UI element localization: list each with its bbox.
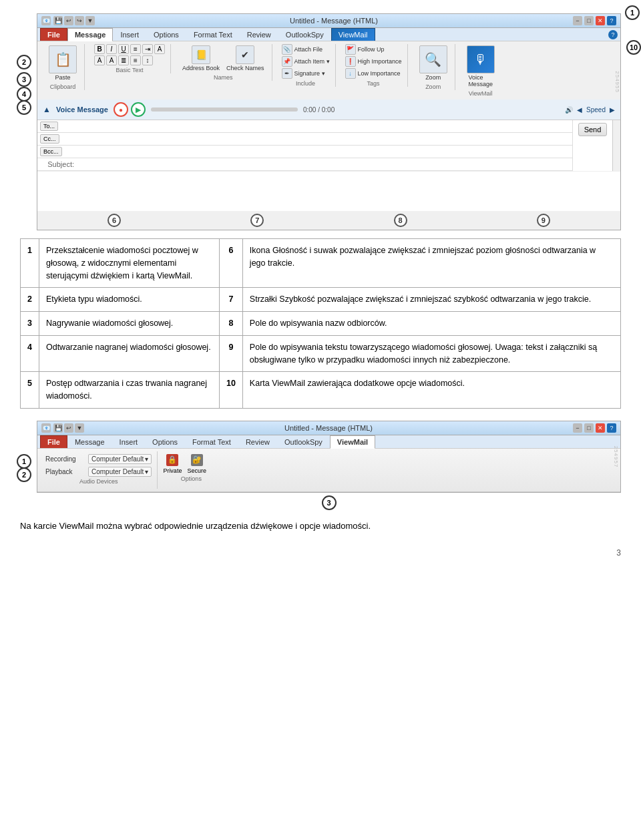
attach-file-button[interactable]: 📎 Attach File — [282, 44, 330, 55]
paste-button[interactable]: 📋 Paste — [47, 44, 79, 82]
bottom-ribbon-tabs: File Message Insert Options Format Text … — [37, 435, 620, 449]
bottom-tab-viewmail[interactable]: ViewMail — [330, 435, 375, 449]
tab-message[interactable]: Message — [67, 28, 113, 41]
recording-dropdown[interactable]: Computer Default ▾ — [88, 454, 152, 464]
bottom-tab-file[interactable]: File — [40, 435, 67, 448]
table-row: 1 Przekształcenie wiadomości pocztowej w… — [21, 239, 621, 288]
tab-insert[interactable]: Insert — [113, 28, 146, 41]
bottom-close[interactable]: ✕ — [596, 423, 605, 433]
voice-bar-collapse-icon[interactable]: ▲ — [43, 105, 51, 114]
desc-9: Pole do wpisywania tekstu towarzyszącego… — [242, 335, 620, 372]
recording-chevron: ▾ — [145, 455, 148, 463]
low-importance-button[interactable]: ↓ Low Importance — [345, 68, 402, 79]
page-number: 3 — [616, 548, 621, 558]
voice-controls: ● ▶ — [114, 102, 146, 117]
align-button[interactable]: ≣ — [118, 55, 129, 65]
bottom-more-icon[interactable]: ▼ — [75, 423, 84, 433]
num-7: 7 — [219, 288, 242, 312]
highlight-button[interactable]: A — [106, 55, 117, 65]
bottom-minimize[interactable]: − — [573, 423, 582, 433]
bottom-save-icon[interactable]: 💾 — [53, 423, 63, 433]
compose-body[interactable] — [37, 171, 620, 211]
subject-field-row: Subject: — [37, 158, 572, 171]
underline-button[interactable]: U — [118, 44, 129, 54]
font-color-button[interactable]: A — [94, 55, 105, 65]
annotation-10: 10 — [626, 40, 641, 55]
bottom-restore[interactable]: □ — [584, 423, 594, 433]
tab-options[interactable]: Options — [146, 28, 186, 41]
bottom-paragraph: Na karcie ViewMail można wybrać odpowied… — [20, 519, 621, 533]
to-input[interactable] — [60, 122, 570, 131]
subject-input[interactable] — [77, 160, 570, 169]
annotation-6-inside: 6 — [108, 214, 121, 227]
bottom-tab-insert[interactable]: Insert — [112, 435, 146, 448]
tab-viewmail[interactable]: ViewMail — [331, 28, 375, 41]
bottom-tab-options[interactable]: Options — [145, 435, 185, 448]
playback-label: Playback — [45, 468, 85, 475]
table-row: 4 Odtwarzanie nagranej wiadomości głosow… — [21, 335, 621, 372]
bcc-input[interactable] — [64, 147, 570, 156]
playback-dropdown[interactable]: Computer Default ▾ — [88, 467, 152, 477]
bottom-tab-outlookspy[interactable]: OutlookSpy — [277, 435, 330, 448]
tab-file[interactable]: File — [40, 28, 67, 41]
font-size-button[interactable]: A — [154, 44, 165, 54]
bottom-title-bar: 📧 💾 ↩ ▼ Untitled - Message (HTML) − □ ✕ … — [37, 421, 620, 435]
num-2: 2 — [21, 288, 39, 312]
zoom-button[interactable]: 🔍 Zoom — [417, 44, 449, 82]
more-icon[interactable]: ▼ — [85, 16, 95, 25]
bold-button[interactable]: B — [94, 44, 105, 54]
play-button[interactable]: ▶ — [131, 102, 146, 117]
table-row: 3 Nagrywanie wiadomości głosowej. 8 Pole… — [21, 312, 621, 336]
rewind-icon[interactable]: ◀ — [577, 106, 582, 114]
compose-area: To... Cc... Bcc... Subject: — [37, 120, 620, 211]
redo-icon[interactable]: ↪ — [75, 16, 84, 25]
address-book-button[interactable]: 📒 Address Book — [180, 44, 222, 73]
undo-icon[interactable]: ↩ — [64, 16, 73, 25]
zoom-label: Zoom — [425, 83, 441, 90]
help-btn[interactable]: ? — [607, 16, 616, 25]
num-6: 6 — [219, 239, 242, 288]
cc-button[interactable]: Cc... — [40, 134, 59, 144]
list-button[interactable]: ≡ — [130, 44, 141, 54]
send-button[interactable]: Send — [578, 123, 608, 136]
indent-button[interactable]: ⇥ — [142, 44, 153, 54]
italic-button[interactable]: I — [106, 44, 117, 54]
close-btn[interactable]: ✕ — [596, 16, 605, 25]
bottom-tab-format[interactable]: Format Text — [185, 435, 238, 448]
record-button[interactable]: ● — [114, 102, 128, 117]
tab-format-text[interactable]: Format Text — [186, 28, 240, 41]
audio-devices-label: Audio Devices — [45, 478, 152, 485]
tab-review[interactable]: Review — [240, 28, 278, 41]
cc-input[interactable] — [61, 134, 570, 144]
bcc-button[interactable]: Bcc... — [40, 147, 62, 156]
bottom-annotation-3: 3 — [322, 495, 337, 510]
playback-row: Playback Computer Default ▾ — [45, 467, 152, 477]
align2-button[interactable]: ≡ — [130, 55, 141, 65]
high-importance-button[interactable]: ❗ High Importance — [345, 56, 402, 67]
watermark-bottom: 254957 — [613, 445, 619, 467]
bottom-undo-icon[interactable]: ↩ — [64, 423, 73, 433]
bottom-help[interactable]: ? — [607, 423, 616, 433]
tab-outlookspy[interactable]: OutlookSpy — [278, 28, 331, 41]
restore-btn[interactable]: □ — [584, 16, 594, 25]
minimize-btn[interactable]: − — [573, 16, 582, 25]
viewmail-label: ViewMail — [469, 90, 493, 97]
spacing-button[interactable]: ↕ — [142, 55, 153, 65]
title-bar: 📧 💾 ↩ ↪ ▼ Untitled - Message (HTML) − □ … — [37, 14, 620, 28]
annotation-9-inside: 9 — [537, 214, 550, 227]
ribbon-group-clipboard: 📋 Paste Clipboard — [41, 44, 85, 90]
to-button[interactable]: To... — [40, 122, 58, 131]
follow-up-button[interactable]: 🚩 Follow Up — [345, 44, 402, 55]
num-3: 3 — [21, 312, 39, 336]
bottom-tab-review[interactable]: Review — [238, 435, 277, 448]
volume-icon[interactable]: 🔊 — [565, 106, 573, 114]
check-names-button[interactable]: ✔ Check Names — [224, 44, 266, 73]
signature-icon: ✒ — [282, 68, 292, 79]
voice-message-button[interactable]: 🎙 VoiceMessage — [465, 44, 497, 89]
ribbon-help[interactable]: ? — [608, 30, 618, 39]
paste-icon: 📋 — [49, 45, 77, 73]
bottom-tab-message[interactable]: Message — [67, 435, 112, 448]
attach-item-button[interactable]: 📌 Attach Item ▾ — [282, 56, 330, 67]
signature-button[interactable]: ✒ Signature ▾ — [282, 68, 330, 79]
save-icon[interactable]: 💾 — [53, 16, 63, 25]
